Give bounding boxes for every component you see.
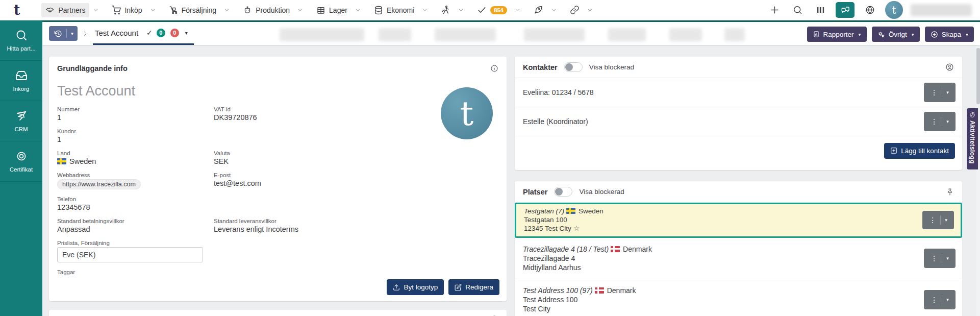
- cart-icon: [112, 6, 121, 15]
- place-row[interactable]: Test Address 100 (97)Denmark Test Addres…: [515, 279, 962, 316]
- sidebar-item-crm[interactable]: CRM: [0, 101, 42, 141]
- field-valuta: Valuta SEK: [214, 150, 395, 165]
- add-contact-button[interactable]: Lägg till kontakt: [884, 143, 955, 159]
- pin-icon[interactable]: [946, 188, 954, 196]
- menu-label: Lager: [329, 6, 347, 14]
- user-avatar[interactable]: t: [885, 1, 903, 19]
- chevron-down-icon: [587, 7, 593, 13]
- tab-test-account[interactable]: Test Account ✓ 0 0 ▾: [93, 22, 194, 45]
- menu-lager[interactable]: Lager: [309, 3, 364, 18]
- chat-button[interactable]: [836, 2, 855, 18]
- sidebar-item-inkorg[interactable]: Inkorg: [0, 61, 42, 101]
- redacted-tab: [724, 28, 745, 41]
- create-button[interactable]: Skapa ▾: [925, 27, 974, 42]
- caret-down-icon: ▾: [945, 217, 947, 223]
- scrollbar-thumb[interactable]: [976, 48, 980, 104]
- caret-down-icon: ▾: [859, 32, 861, 37]
- barcode-icon: [816, 5, 825, 15]
- redacted-tab: [280, 28, 364, 41]
- toggle-label: Visa blockerad: [579, 188, 624, 196]
- sidebar-item-label: Hitta part...: [7, 45, 35, 52]
- kebab-icon: ⋮: [931, 117, 938, 126]
- menu-link[interactable]: [563, 3, 596, 18]
- contact-row[interactable]: Estelle (Koordinator) ⋮ ▾: [515, 107, 962, 136]
- upload-icon: [393, 284, 400, 291]
- menu-checklist[interactable]: 854: [470, 3, 523, 18]
- globe-button[interactable]: [862, 3, 877, 18]
- add-button[interactable]: [767, 3, 782, 18]
- pricelist-input[interactable]: [57, 247, 203, 262]
- menu-forsaljning[interactable]: Försäljning: [162, 3, 233, 18]
- edit-button[interactable]: Redigera: [448, 279, 499, 295]
- kebab-icon: ⋮: [931, 254, 938, 262]
- main-menu: Partners Inköp Försäljning Produktion: [38, 3, 595, 18]
- menu-label: Ekonomi: [387, 6, 414, 14]
- warehouse-icon: [316, 6, 325, 15]
- caret-down-icon: ▾: [185, 30, 188, 36]
- sweden-flag-icon: [57, 158, 66, 164]
- chevron-down-icon: [515, 7, 520, 13]
- place-row[interactable]: Tracezillagade 4 (18 / Test)Denmark Trac…: [515, 238, 962, 279]
- menu-ekonomi[interactable]: Ekonomi: [367, 3, 431, 18]
- top-bar: t Partners Inköp Försäljning: [0, 0, 980, 20]
- activity-log-tab[interactable]: Aktivitetslogg: [967, 108, 978, 169]
- place-name: Test Address 100 (97): [523, 286, 593, 295]
- menu-label: Partners: [58, 6, 85, 14]
- sidebar-item-hitta-partner[interactable]: Hitta part...: [0, 20, 42, 61]
- menu-label: Produktion: [256, 6, 290, 14]
- place-actions-button[interactable]: ⋮ ▾: [924, 249, 956, 268]
- place-address: Tracezillagade 4: [523, 254, 652, 263]
- field-kundnr: Kundnr. 1: [57, 128, 214, 143]
- contact-row[interactable]: Eveliina: 01234 / 5678 ⋮ ▾: [515, 78, 962, 107]
- other-button[interactable]: Övrigt ▾: [872, 27, 920, 42]
- field-telefon: Telefon 12345678: [57, 196, 214, 211]
- sidebar-item-certifikat[interactable]: Certifikat: [0, 141, 42, 182]
- info-icon[interactable]: [490, 64, 498, 72]
- show-blocked-toggle[interactable]: [554, 187, 572, 197]
- menu-runner[interactable]: [434, 3, 467, 18]
- field-epost: E-post test@test.com: [214, 172, 395, 189]
- menu-inkop[interactable]: Inköp: [105, 3, 158, 18]
- place-actions-button[interactable]: ⋮ ▾: [922, 211, 954, 229]
- app-logo[interactable]: t: [14, 2, 20, 18]
- change-logo-button[interactable]: Byt logotyp: [387, 279, 444, 295]
- place-country: Denmark: [623, 245, 652, 253]
- place-row-selected[interactable]: Testgatan (7)Sweden Testgatan 100 12345 …: [515, 203, 962, 238]
- inbox-icon: [15, 69, 28, 82]
- website-link[interactable]: https://www.tracezilla.com: [57, 179, 141, 189]
- contact-actions-button[interactable]: ⋮ ▾: [924, 83, 956, 102]
- contact-actions-button[interactable]: ⋮ ▾: [924, 112, 956, 131]
- search-button[interactable]: [790, 3, 805, 18]
- denmark-flag-icon: [595, 287, 604, 294]
- divider: [942, 88, 942, 97]
- menu-label: Inköp: [124, 6, 142, 14]
- caret-down-icon: ▾: [912, 32, 914, 37]
- place-actions-button[interactable]: ⋮ ▾: [924, 290, 956, 309]
- history-dropdown-button[interactable]: ▾: [49, 26, 78, 41]
- star-icon[interactable]: ☆: [573, 224, 580, 232]
- person-circle-icon[interactable]: [945, 63, 954, 71]
- redacted-tab: [379, 28, 411, 41]
- sidebar-item-label: CRM: [14, 126, 28, 132]
- barcode-button[interactable]: [813, 3, 828, 18]
- field-prislista: Prislista, Försäljning: [57, 240, 214, 262]
- menu-partners[interactable]: Partners: [38, 3, 102, 18]
- menu-produktion[interactable]: Produktion: [236, 3, 306, 18]
- menu-rocket[interactable]: [526, 3, 560, 18]
- company-logo-avatar: t: [441, 87, 493, 139]
- basic-info-card: Grundläggande info Test Account Nummer 1…: [49, 57, 507, 301]
- plus-icon: [770, 5, 780, 15]
- chevron-down-icon: [93, 7, 98, 13]
- history-icon: [969, 112, 975, 118]
- globe-icon: [865, 5, 875, 15]
- account-name: Test Account: [57, 83, 498, 99]
- red-count-badge: 0: [170, 29, 179, 37]
- reports-button[interactable]: Rapporter ▾: [807, 27, 867, 42]
- contact-name: Eveliina: 01234 / 5678: [523, 88, 594, 96]
- redacted-tab: [669, 28, 702, 41]
- show-blocked-toggle[interactable]: [564, 62, 583, 72]
- field-leveransvillkor: Standard leveransvillkor Leverans enligt…: [214, 218, 395, 233]
- handshake-icon: [45, 6, 55, 15]
- chevron-down-icon: [422, 7, 428, 13]
- next-card-partial: [49, 310, 507, 316]
